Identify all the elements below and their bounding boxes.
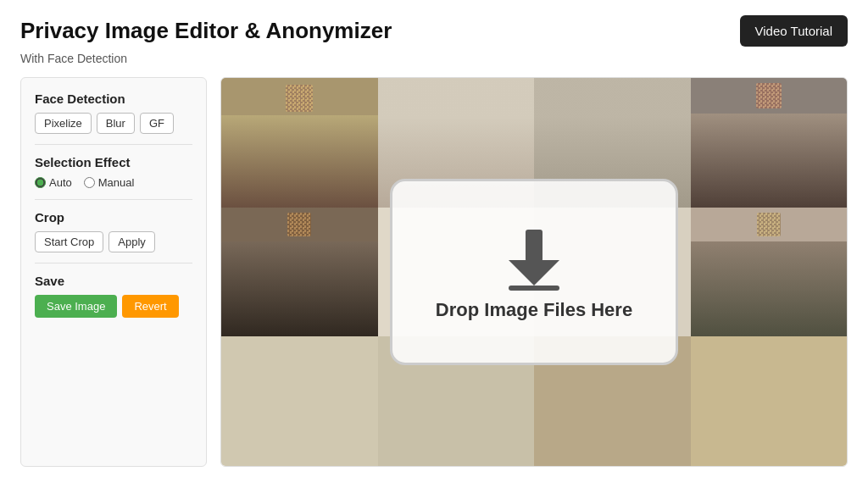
svg-rect-2 (509, 286, 559, 291)
face-detection-section: Face Detection Pixelize Blur GF (35, 92, 192, 134)
main-content: Face Detection Pixelize Blur GF Selectio… (20, 77, 848, 467)
image-drop-area[interactable]: Drop Image Files Here (220, 77, 848, 467)
svg-rect-0 (526, 230, 542, 262)
gf-button[interactable]: GF (140, 113, 174, 134)
face-detection-title: Face Detection (35, 92, 192, 106)
subtitle: With Face Detection (20, 52, 848, 65)
photo-cell-9 (221, 336, 378, 466)
auto-radio-label[interactable]: Auto (35, 176, 72, 189)
divider-3 (35, 263, 192, 263)
divider-1 (35, 144, 192, 145)
header: Privacy Image Editor & Anonymizer Video … (20, 15, 848, 47)
save-section: Save Save Image Revert (35, 274, 192, 318)
crop-buttons: Start Crop Apply (35, 231, 192, 252)
auto-label: Auto (49, 176, 72, 189)
pixelated-face-1 (286, 85, 313, 112)
start-crop-button[interactable]: Start Crop (35, 231, 103, 252)
manual-label: Manual (98, 176, 135, 189)
selection-effect-title: Selection Effect (35, 155, 192, 169)
effect-buttons: Pixelize Blur GF (35, 113, 192, 134)
pixelated-face-4 (756, 83, 782, 108)
save-image-button[interactable]: Save Image (35, 295, 117, 318)
photo-cell-5 (221, 208, 378, 337)
save-buttons: Save Image Revert (35, 295, 192, 318)
svg-marker-1 (509, 260, 559, 286)
pixelize-button[interactable]: Pixelize (35, 113, 92, 134)
auto-radio[interactable] (35, 177, 46, 188)
pixelated-face-5 (287, 213, 311, 236)
selection-effect-section: Selection Effect Auto Manual (35, 155, 192, 189)
revert-button[interactable]: Revert (122, 295, 178, 318)
crop-title: Crop (35, 210, 192, 225)
photo-cell-4 (691, 78, 848, 208)
drop-arrow-icon (500, 223, 568, 291)
divider-2 (35, 199, 192, 200)
drop-zone-text: Drop Image Files Here (436, 299, 632, 321)
manual-radio[interactable] (84, 177, 95, 188)
video-tutorial-button[interactable]: Video Tutorial (740, 15, 848, 47)
apply-button[interactable]: Apply (108, 231, 155, 252)
manual-radio-label[interactable]: Manual (84, 176, 135, 189)
crop-section: Crop Start Crop Apply (35, 210, 192, 252)
save-title: Save (35, 274, 192, 288)
drop-zone[interactable]: Drop Image Files Here (390, 179, 678, 365)
sidebar: Face Detection Pixelize Blur GF Selectio… (20, 77, 207, 467)
photo-cell-12 (691, 336, 848, 466)
photo-cell-8 (691, 208, 848, 337)
page-title: Privacy Image Editor & Anonymizer (20, 18, 392, 44)
blur-button[interactable]: Blur (97, 113, 135, 134)
pixelated-face-8 (757, 213, 781, 236)
photo-cell-1 (221, 78, 378, 208)
selection-radio-group: Auto Manual (35, 176, 192, 189)
